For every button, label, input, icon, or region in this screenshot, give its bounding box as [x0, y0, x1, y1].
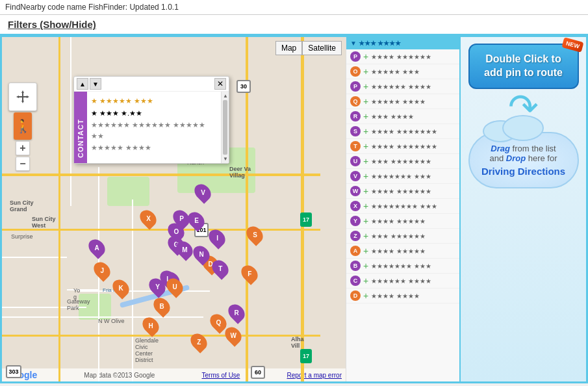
label-glendale: GlendaleCivicCenterDistrict — [135, 337, 159, 363]
list-item[interactable]: Y + ★★★★ ★★★★★ — [346, 214, 459, 229]
list-plus-icon[interactable]: + — [363, 81, 368, 92]
list-item[interactable]: U + ★★★ ★★★★★★★ — [346, 154, 459, 169]
list-plus-icon[interactable]: + — [363, 216, 368, 226]
svg-marker-4 — [16, 96, 19, 98]
label-n-olive: N W Olive — [98, 318, 125, 324]
pan-control[interactable] — [8, 83, 37, 111]
road-bob-stump — [2, 174, 320, 176]
popup-next[interactable]: ▼ — [90, 78, 101, 90]
terms-link[interactable]: Terms of Use — [202, 372, 240, 379]
zoom-out-button[interactable]: − — [16, 157, 30, 171]
list-item-text: ★★★ ★★★★★★★ — [371, 158, 431, 165]
street-view-icon[interactable]: 🚶 — [14, 112, 32, 140]
popup-prev[interactable]: ▲ — [77, 78, 88, 90]
list-letter: P — [350, 81, 361, 92]
list-item[interactable]: P + ★★★★ ★★★★★★ — [346, 49, 459, 64]
list-item-text: ★★★★★ ★★★★ — [371, 98, 426, 105]
list-plus-icon[interactable]: + — [363, 141, 368, 151]
list-plus-icon[interactable]: + — [363, 276, 368, 286]
contact-tab[interactable]: CONTACT — [74, 92, 87, 163]
popup-line4: ★★★★★ ★★★★ — [91, 142, 217, 153]
list-plus-icon[interactable]: + — [363, 231, 368, 241]
zoom-controls: 🚶 + − — [8, 83, 37, 171]
list-item-text: ★★★★ ★★★★★★ — [371, 53, 431, 60]
popup-line3: ★★★★★★ ★★★★★★ ★★★★★ ★★ — [91, 120, 217, 141]
list-item[interactable]: Z + ★★★ ★★★★★★ — [346, 229, 459, 244]
list-plus-icon[interactable]: + — [363, 201, 368, 211]
drop-word: Drop — [506, 153, 526, 163]
list-letter: U — [350, 156, 361, 166]
list-item[interactable]: P + ★★★★★★ ★★★★ — [346, 79, 459, 94]
list-item-text: ★★★★ ★★★★★ — [371, 248, 426, 255]
list-item[interactable]: A + ★★★★ ★★★★★ — [346, 244, 459, 259]
here-text: here for — [526, 153, 557, 163]
list-header-text: ▼ ★★★ ★★★★ — [350, 40, 401, 47]
list-item[interactable]: O + ★★★★★ ★★★ — [346, 64, 459, 79]
list-item[interactable]: Q + ★★★★★ ★★★★ — [346, 94, 459, 109]
list-panel: ▼ ★★★ ★★★★ P + ★★★★ ★★★★★★ O + ★★★★★ ★★★… — [346, 37, 459, 381]
list-item[interactable]: D + ★★★★ ★★★★ — [346, 289, 459, 303]
popup-close-button[interactable]: ✕ — [214, 78, 226, 90]
title-text: FindNearby code name FishFinder: Updated… — [5, 3, 179, 12]
list-plus-icon[interactable]: + — [363, 66, 368, 77]
map-type-controls: Map Satellite — [275, 41, 342, 55]
driving-directions-text: Driving Directions — [479, 166, 569, 177]
info-popup: ▲ ▼ ✕ CONTACT ★ ★★★★★ ★★★ ★ ★★★ ★.★★ ★★★… — [73, 76, 229, 164]
road-litchfield — [58, 37, 60, 381]
drag-word: Drag — [491, 144, 510, 153]
list-letter: X — [350, 201, 361, 211]
list-item-text: ★★★ ★★★★ — [371, 113, 414, 120]
list-plus-icon[interactable]: + — [363, 246, 368, 256]
list-letter: O — [350, 66, 361, 77]
highway-60: 60 — [251, 366, 265, 379]
list-plus-icon[interactable]: + — [363, 171, 368, 181]
drop-cloud[interactable]: Drag from the list and Drop here for Dri… — [468, 132, 579, 188]
scroll-up[interactable]: ▲ — [223, 93, 227, 99]
right-panel: Double Click to add pin to route NEW ↷ D… — [459, 37, 586, 381]
scroll-thumb[interactable] — [223, 100, 227, 155]
report-link[interactable]: Report a map error — [287, 372, 342, 379]
list-item-text: ★★★★ ★★★★★★★ — [371, 128, 437, 135]
list-header: ▼ ★★★ ★★★★ — [346, 37, 459, 49]
list-items-container: P + ★★★★ ★★★★★★ O + ★★★★★ ★★★ P + ★★★★★★… — [346, 49, 459, 303]
list-item[interactable]: T + ★★★★ ★★★★★★★ — [346, 139, 459, 154]
list-plus-icon[interactable]: + — [363, 156, 368, 166]
zoom-in-button[interactable]: + — [16, 141, 30, 155]
popup-line2: ★ ★★★ ★.★★ — [91, 108, 217, 119]
list-item[interactable]: R + ★★★ ★★★★ — [346, 109, 459, 124]
list-letter: Y — [350, 216, 361, 226]
list-item-text: ★★★★ ★★★★★ — [371, 218, 426, 225]
list-item[interactable]: V + ★★★★★★★ ★★★ — [346, 169, 459, 184]
list-item[interactable]: W + ★★★★ ★★★★★★ — [346, 184, 459, 199]
list-item[interactable]: B + ★★★★★★★ ★★★ — [346, 259, 459, 274]
filters-toggle[interactable]: Filters (Show/Hide) — [8, 19, 96, 30]
road-n-pryden — [70, 37, 71, 206]
list-plus-icon[interactable]: + — [363, 51, 368, 62]
road-perryville — [132, 199, 133, 381]
label-surprise: Surprise — [11, 233, 33, 240]
list-letter: Q — [350, 96, 361, 107]
list-letter: P — [350, 51, 361, 62]
list-letter: W — [350, 186, 361, 196]
map-button[interactable]: Map — [275, 41, 302, 55]
scroll-down[interactable]: ▼ — [223, 156, 227, 162]
list-plus-icon[interactable]: + — [363, 126, 368, 136]
list-letter: D — [350, 290, 361, 301]
list-plus-icon[interactable]: + — [363, 290, 368, 301]
list-plus-icon[interactable]: + — [363, 261, 368, 271]
svg-marker-3 — [21, 101, 24, 103]
satellite-button[interactable]: Satellite — [302, 41, 342, 55]
list-plus-icon[interactable]: + — [363, 186, 368, 196]
list-item-text: ★★★★★★★ ★★★ — [371, 263, 431, 270]
list-item[interactable]: S + ★★★★ ★★★★★★★ — [346, 124, 459, 139]
map-area[interactable]: 101 303 60 30 17 17 Sun CityGrand Sun Ci… — [2, 37, 346, 381]
list-item-text: ★★★★★ ★★★ — [371, 68, 420, 75]
info-popup-scrollbar[interactable]: ▲ ▼ — [221, 92, 229, 163]
label-alhambra: AlhaVill — [291, 336, 304, 349]
list-item[interactable]: C + ★★★★★★ ★★★★ — [346, 274, 459, 289]
list-letter: C — [350, 276, 361, 286]
list-plus-icon[interactable]: + — [363, 96, 368, 107]
list-plus-icon[interactable]: + — [363, 111, 368, 122]
list-letter: V — [350, 171, 361, 181]
list-item[interactable]: X + ★★★★★★★★ ★★★ — [346, 199, 459, 214]
